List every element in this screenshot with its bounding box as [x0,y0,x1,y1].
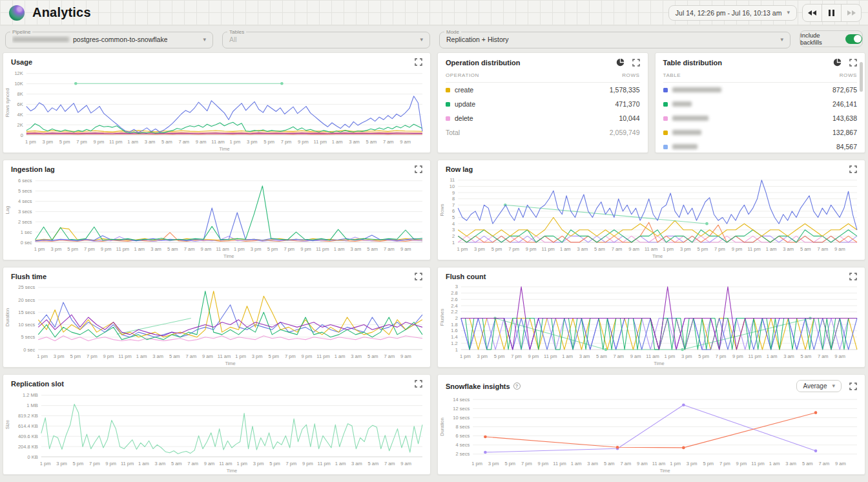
pie-chart-icon[interactable] [616,58,625,67]
pie-chart-icon[interactable] [833,58,842,67]
svg-text:9 am: 9 am [400,353,411,359]
operation-distribution-table: OPERATIONROWScreate1,578,335update471,37… [438,67,648,152]
svg-text:6K: 6K [17,101,23,107]
svg-text:1 pm: 1 pm [665,353,676,359]
svg-text:9 pm: 9 pm [101,246,112,252]
svg-text:1 pm: 1 pm [663,246,674,252]
flush-count-chart: 11.21.41.61.822.22.42.62.831 pm3 pm5 pm7… [438,280,865,367]
expand-icon[interactable] [849,382,857,390]
svg-text:5 am: 5 am [366,139,377,145]
expand-icon[interactable] [415,380,422,388]
svg-text:11 am: 11 am [218,353,231,359]
table-header: OPERATIONROWS [446,68,640,83]
svg-text:9 am: 9 am [201,246,212,252]
expand-icon[interactable] [632,59,640,67]
series-color-swatch [446,88,450,92]
expand-icon[interactable] [415,58,422,66]
svg-text:2.4: 2.4 [451,303,457,309]
svg-text:1 MB: 1 MB [26,403,38,408]
svg-text:5 pm: 5 pm [703,461,714,466]
svg-text:3 pm: 3 pm [56,461,67,466]
svg-text:3 am: 3 am [154,461,165,466]
table-row[interactable]: create1,578,335 [446,83,640,97]
tables-select[interactable]: Tables All ▾ [222,29,430,48]
rewind-button[interactable] [803,5,822,21]
expand-icon[interactable] [849,165,857,173]
svg-text:9 pm: 9 pm [732,353,743,359]
svg-text:10K: 10K [14,81,23,87]
svg-text:5 am: 5 am [169,353,180,359]
redacted-text [12,37,69,42]
expand-icon[interactable] [415,165,422,173]
expand-icon[interactable] [849,59,857,67]
svg-text:1 sec: 1 sec [21,229,32,235]
flush-time-chart: 0 sec5 secs10 secs15 secs20 secs25 secs1… [3,280,430,367]
svg-text:6 secs: 6 secs [456,433,470,439]
svg-text:614.4 KB: 614.4 KB [18,423,38,429]
date-range-selector[interactable]: Jul 14, 12:26 pm - Jul 16, 10:13 am ▾ [668,5,797,21]
svg-text:Size: Size [5,420,10,430]
row-count: 471,370 [615,100,640,108]
svg-text:1 am: 1 am [332,139,343,145]
pipeline-label: Pipeline [10,29,32,35]
app-header: Analytics Jul 14, 12:26 pm - Jul 16, 10:… [0,0,868,26]
table-row[interactable]: 246,141 [663,97,858,111]
aggregation-select[interactable]: Average ▾ [796,380,842,392]
usage-chart: 02K4K6K8K10K12K1 pm3 pm5 pm7 pm9 pm11 pm… [3,66,430,152]
svg-text:11 pm: 11 pm [121,461,134,466]
svg-text:0 KB: 0 KB [28,454,38,460]
app-title: Analytics [32,5,91,20]
table-row[interactable]: 132,867 [663,125,858,140]
svg-text:12 secs: 12 secs [453,406,470,412]
table-row[interactable]: delete10,044 [446,111,640,125]
mode-select[interactable]: Mode Replication + History ▾ [439,29,790,48]
svg-text:2.8: 2.8 [451,290,457,296]
svg-text:3 am: 3 am [150,246,161,252]
svg-text:2 secs: 2 secs [18,219,32,225]
scrollbar[interactable] [860,62,863,92]
svg-text:3 am: 3 am [351,246,362,252]
help-icon[interactable]: ? [513,382,521,390]
svg-text:11 pm: 11 pm [318,461,331,466]
series-color-swatch [663,116,668,121]
svg-text:3 pm: 3 pm [50,246,61,252]
svg-text:5 pm: 5 pm [698,353,709,359]
table-row[interactable]: 84,567 [663,140,858,152]
table-row[interactable]: 872,675 [663,83,858,97]
svg-text:9 pm: 9 pm [538,461,549,466]
svg-text:7 pm: 7 pm [719,461,730,466]
svg-text:1 pm: 1 pm [471,461,482,466]
svg-text:1.6: 1.6 [451,328,457,333]
include-backfills-label: Include backfills [800,32,842,46]
table-row[interactable]: update471,370 [446,97,640,111]
row-count: 84,567 [836,143,857,151]
row-label: create [455,86,473,94]
svg-text:7 pm: 7 pm [284,246,294,252]
fast-forward-button[interactable] [842,5,861,21]
series-color-swatch [446,116,450,121]
replication-slot-chart: 0 KB204.8 KB409.6 KB614.4 KB819.2 KB1 MB… [3,388,430,474]
tables-label: Tables [227,29,246,35]
series-color-swatch [663,145,668,149]
expand-icon[interactable] [849,273,857,280]
include-backfills-toggle[interactable] [845,34,862,44]
table-row[interactable]: 143,638 [663,111,858,125]
series-color-swatch [446,102,450,107]
svg-text:11: 11 [450,177,455,183]
svg-text:1 am: 1 am [767,353,778,359]
chevron-down-icon: ▾ [420,37,423,43]
pause-button[interactable] [822,5,842,21]
table-header: TABLEROWS [663,68,858,83]
row-count: 1,578,335 [610,86,640,94]
svg-text:5 pm: 5 pm [269,461,280,466]
svg-text:5 pm: 5 pm [267,246,278,252]
pipeline-select[interactable]: Pipeline postgres-common-to-snowflake ▾ [5,29,213,48]
svg-text:4 secs: 4 secs [18,198,32,204]
svg-text:204.8 KB: 204.8 KB [18,444,38,450]
redacted-text [672,87,721,92]
svg-text:11 pm: 11 pm [316,353,329,359]
expand-icon[interactable] [415,273,422,280]
card-title: Flush count [446,273,486,280]
svg-text:1.2 MB: 1.2 MB [23,392,38,398]
svg-text:5 secs: 5 secs [21,334,36,340]
